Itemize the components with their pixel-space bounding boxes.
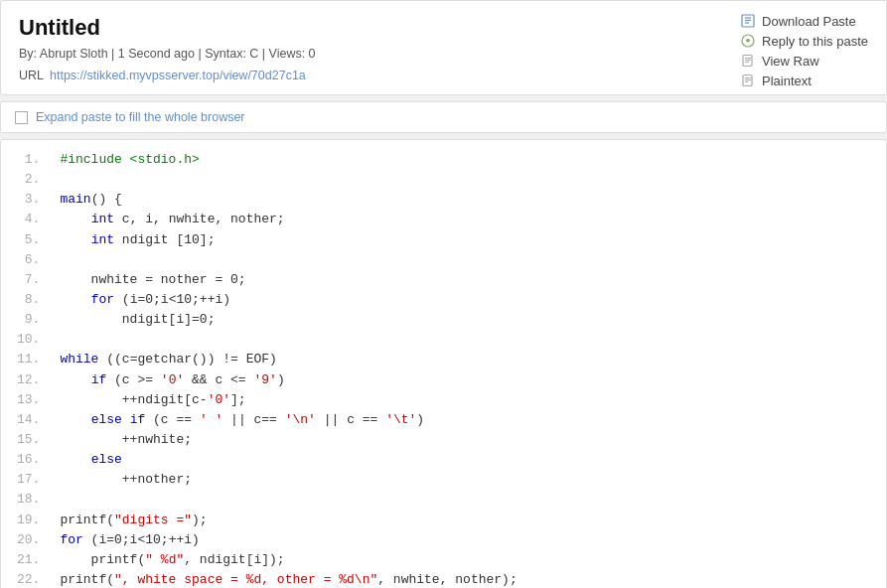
code-table: 1.#include <stdio.h>2.3.main() {4. int c… bbox=[1, 150, 886, 588]
line-code: ndigit[i]=0; bbox=[52, 310, 886, 330]
table-row: 10. bbox=[1, 330, 886, 350]
actions-panel: Download Paste Reply to this paste bbox=[740, 13, 868, 88]
line-code: for (i=0;i<10;++i) bbox=[52, 530, 886, 550]
code-panel: 1.#include <stdio.h>2.3.main() {4. int c… bbox=[0, 139, 887, 588]
line-code: else if (c == ' ' || c== '\n' || c == '\… bbox=[52, 410, 886, 430]
line-number: 4. bbox=[1, 210, 52, 229]
line-number: 3. bbox=[1, 190, 52, 210]
line-code: ++ndigit[c-'0']; bbox=[52, 390, 886, 410]
plaintext-action[interactable]: Plaintext bbox=[740, 73, 868, 88]
table-row: 1.#include <stdio.h> bbox=[1, 150, 886, 170]
line-code bbox=[52, 490, 886, 510]
download-paste-label: Download Paste bbox=[762, 14, 856, 29]
line-code: while ((c=getchar()) != EOF) bbox=[52, 350, 886, 369]
line-number: 17. bbox=[1, 470, 52, 490]
line-number: 15. bbox=[1, 430, 52, 450]
line-number: 13. bbox=[1, 390, 52, 410]
line-code: int c, i, nwhite, nother; bbox=[52, 210, 886, 229]
line-number: 16. bbox=[1, 450, 52, 470]
table-row: 3.main() { bbox=[1, 190, 886, 210]
line-number: 21. bbox=[1, 550, 52, 570]
line-code bbox=[52, 330, 886, 350]
line-code: else bbox=[52, 450, 886, 470]
table-row: 9. ndigit[i]=0; bbox=[1, 310, 886, 330]
download-icon bbox=[740, 13, 756, 29]
line-code: #include <stdio.h> bbox=[52, 150, 886, 170]
table-row: 20.for (i=0;i<10;++i) bbox=[1, 530, 886, 550]
table-row: 11.while ((c=getchar()) != EOF) bbox=[1, 350, 886, 369]
paste-url-link[interactable]: https://stikked.myvpsserver.top/view/70d… bbox=[50, 69, 306, 82]
line-code: nwhite = nother = 0; bbox=[52, 270, 886, 290]
line-code bbox=[52, 170, 886, 190]
line-number: 1. bbox=[1, 150, 52, 170]
table-row: 19.printf("digits ="); bbox=[1, 511, 886, 530]
line-number: 11. bbox=[1, 350, 52, 369]
line-code: printf("digits ="); bbox=[52, 511, 886, 530]
line-code: if (c >= '0' && c <= '9') bbox=[52, 370, 886, 390]
reply-paste-action[interactable]: Reply to this paste bbox=[740, 33, 868, 49]
table-row: 13. ++ndigit[c-'0']; bbox=[1, 390, 886, 410]
line-code: printf(", white space = %d, other = %d\n… bbox=[52, 570, 886, 588]
table-row: 2. bbox=[1, 170, 886, 190]
expand-link[interactable]: Expand paste to fill the whole browser bbox=[36, 110, 245, 124]
expand-checkbox[interactable] bbox=[15, 111, 28, 124]
table-row: 4. int c, i, nwhite, nother; bbox=[1, 210, 886, 229]
table-row: 14. else if (c == ' ' || c== '\n' || c =… bbox=[1, 410, 886, 430]
header-panel: Untitled By: Abrupt Sloth | 1 Second ago… bbox=[0, 0, 887, 95]
plaintext-label: Plaintext bbox=[762, 74, 812, 88]
table-row: 17. ++nother; bbox=[1, 470, 886, 490]
line-code: printf(" %d", ndigit[i]); bbox=[52, 550, 886, 570]
raw-icon bbox=[740, 53, 756, 69]
line-number: 6. bbox=[1, 250, 52, 270]
url-label: URL bbox=[19, 69, 44, 82]
line-code: int ndigit [10]; bbox=[52, 230, 886, 250]
line-number: 20. bbox=[1, 530, 52, 550]
line-number: 12. bbox=[1, 370, 52, 390]
line-number: 5. bbox=[1, 230, 52, 250]
line-number: 14. bbox=[1, 410, 52, 430]
table-row: 8. for (i=0;i<10;++i) bbox=[1, 290, 886, 310]
expand-bar: Expand paste to fill the whole browser bbox=[0, 101, 887, 133]
reply-paste-label: Reply to this paste bbox=[762, 34, 868, 49]
download-paste-action[interactable]: Download Paste bbox=[740, 13, 868, 29]
line-number: 19. bbox=[1, 511, 52, 530]
plaintext-icon bbox=[740, 73, 756, 88]
table-row: 5. int ndigit [10]; bbox=[1, 230, 886, 250]
table-row: 22.printf(", white space = %d, other = %… bbox=[1, 570, 886, 588]
table-row: 7. nwhite = nother = 0; bbox=[1, 270, 886, 290]
line-number: 8. bbox=[1, 290, 52, 310]
line-number: 2. bbox=[1, 170, 52, 190]
line-code: ++nother; bbox=[52, 470, 886, 490]
table-row: 18. bbox=[1, 490, 886, 510]
view-raw-action[interactable]: View Raw bbox=[740, 53, 868, 69]
line-code: ++nwhite; bbox=[52, 430, 886, 450]
line-number: 7. bbox=[1, 270, 52, 290]
line-number: 9. bbox=[1, 310, 52, 330]
table-row: 12. if (c >= '0' && c <= '9') bbox=[1, 370, 886, 390]
table-row: 15. ++nwhite; bbox=[1, 430, 886, 450]
table-row: 21. printf(" %d", ndigit[i]); bbox=[1, 550, 886, 570]
line-number: 18. bbox=[1, 490, 52, 510]
line-number: 22. bbox=[1, 570, 52, 588]
line-code: main() { bbox=[52, 190, 886, 210]
line-number: 10. bbox=[1, 330, 52, 350]
table-row: 16. else bbox=[1, 450, 886, 470]
line-code: for (i=0;i<10;++i) bbox=[52, 290, 886, 310]
reply-icon bbox=[740, 33, 756, 49]
svg-point-5 bbox=[747, 40, 750, 43]
view-raw-label: View Raw bbox=[762, 54, 819, 69]
table-row: 6. bbox=[1, 250, 886, 270]
line-code bbox=[52, 250, 886, 270]
